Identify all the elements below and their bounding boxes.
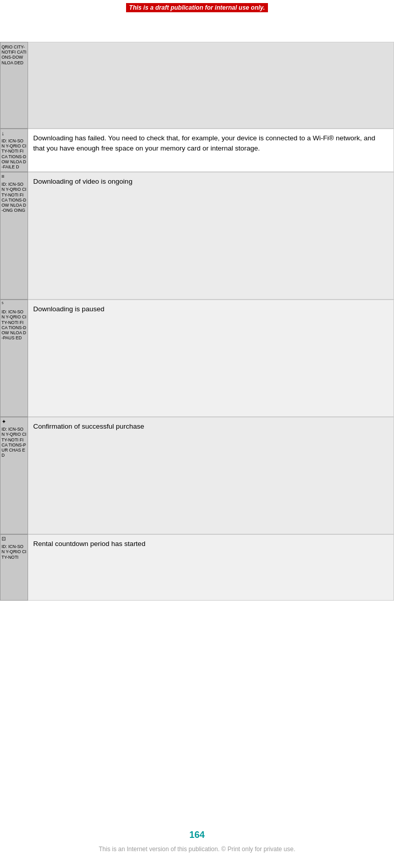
- content-cell-ongoing: Downloading of video is ongoing: [28, 172, 394, 300]
- download-failed-icon: ↓: [2, 130, 5, 137]
- text-ongoing: Downloading of video is ongoing: [33, 177, 132, 187]
- notification-row-failed: ↓ ID: ICN-SON Y-QRIO CITY-NOTI FICA TION…: [0, 129, 394, 172]
- page-number: 164: [0, 830, 394, 840]
- download-ongoing-icon: ≡: [2, 173, 5, 180]
- text-failed: Downloading has failed. You need to chec…: [33, 133, 388, 154]
- text-paused: Downloading is paused: [33, 304, 105, 314]
- rental-icon: ⊡: [2, 536, 6, 542]
- notification-row-paused: ⁵ ID: ICN-SON Y-QRIO CITY-NOTI FICA TION…: [0, 300, 394, 417]
- id-cell-failed: ↓ ID: ICN-SON Y-QRIO CITY-NOTI FICA TION…: [0, 129, 28, 172]
- id-cell-ongoing: ≡ ID: ICN-SON Y-QRIO CITY-NOTI FICA TION…: [0, 172, 28, 300]
- id-cell-purchased: ✦ ID: ICN-SON Y-QRIO CITY-NOTI FICA TION…: [0, 417, 28, 534]
- draft-banner: This is a draft publication for internal…: [0, 0, 394, 11]
- download-paused-icon: ⁵: [2, 301, 4, 307]
- footer-text: This is an Internet version of this publ…: [98, 846, 295, 853]
- id-cell-rental: ⊡ ID: ICN-SON Y-QRIO CITY-NOTI: [0, 534, 28, 601]
- notification-row-ongoing: ≡ ID: ICN-SON Y-QRIO CITY-NOTI FICA TION…: [0, 172, 394, 300]
- page-content: QRIO CITY-NOTIFI CATIONS-DOW NLOA DED ↓ …: [0, 11, 394, 601]
- id-cell-paused: ⁵ ID: ICN-SON Y-QRIO CITY-NOTI FICA TION…: [0, 300, 28, 417]
- notification-row-downloaded: QRIO CITY-NOTIFI CATIONS-DOW NLOA DED: [0, 42, 394, 129]
- notification-row-purchased: ✦ ID: ICN-SON Y-QRIO CITY-NOTI FICA TION…: [0, 417, 394, 534]
- text-rental: Rental countdown period has started: [33, 539, 145, 549]
- content-cell-rental: Rental countdown period has started: [28, 534, 394, 601]
- content-cell-purchased: Confirmation of successful purchase: [28, 417, 394, 534]
- id-cell-downloaded: QRIO CITY-NOTIFI CATIONS-DOW NLOA DED: [0, 42, 28, 129]
- content-cell-downloaded: [28, 42, 394, 129]
- notification-row-rental: ⊡ ID: ICN-SON Y-QRIO CITY-NOTI Rental co…: [0, 534, 394, 601]
- page-footer: 164 This is an Internet version of this …: [0, 830, 394, 853]
- content-cell-paused: Downloading is paused: [28, 300, 394, 417]
- purchase-icon: ✦: [2, 418, 6, 425]
- image-placeholder-downloaded: [28, 42, 393, 128]
- text-purchased: Confirmation of successful purchase: [33, 421, 144, 432]
- content-cell-failed: Downloading has failed. You need to chec…: [28, 129, 394, 172]
